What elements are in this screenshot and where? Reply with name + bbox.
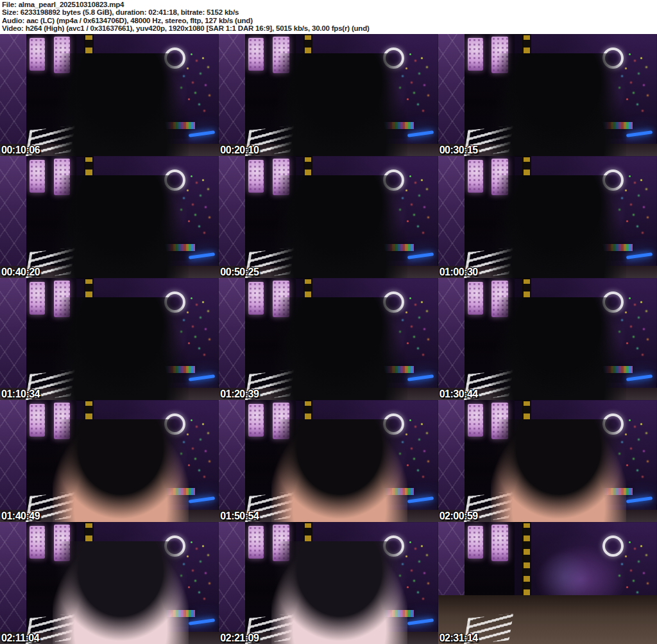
hex-glow-panel xyxy=(30,404,45,437)
subject-placeholder xyxy=(271,175,407,278)
video-thumbnail: 01:30:44 xyxy=(438,278,657,400)
hex-glow-panel xyxy=(248,282,264,315)
hex-glow-panel xyxy=(248,38,264,71)
video-thumbnail: 02:31:14 xyxy=(438,522,657,644)
purple-wall-panel xyxy=(0,278,28,400)
hex-glow-panel xyxy=(468,526,483,559)
hex-glow-panel xyxy=(468,160,483,193)
video-thumbnail: 00:10:06 xyxy=(0,34,219,156)
video-thumbnail: 02:11:04 xyxy=(0,522,219,644)
hex-glow-panel xyxy=(468,404,483,437)
hex-glow-panel xyxy=(248,404,264,437)
purple-wall-panel xyxy=(438,34,466,156)
purple-wall-panel xyxy=(219,522,247,644)
timestamp-overlay: 01:20:39 xyxy=(220,388,259,400)
file-size-line: Size: 6233198892 bytes (5.8 GiB), durati… xyxy=(2,8,655,16)
hex-glow-panel xyxy=(30,160,45,193)
hex-glow-panel xyxy=(30,38,45,71)
timestamp-overlay: 00:50:25 xyxy=(220,266,259,278)
thumbnail-grid: 00:10:06 00:20:10 00:30:15 xyxy=(0,34,657,644)
purple-wall-panel xyxy=(219,400,247,522)
timestamp-overlay: 02:21:09 xyxy=(220,632,259,644)
timestamp-overlay: 00:10:06 xyxy=(1,144,40,156)
subject-placeholder xyxy=(271,419,407,522)
subject-placeholder xyxy=(53,419,189,522)
hex-glow-panel xyxy=(30,526,45,559)
timestamp-overlay: 01:30:44 xyxy=(439,388,478,400)
video-thumbnail: 01:10:34 xyxy=(0,278,219,400)
purple-wall-panel xyxy=(0,400,28,522)
timestamp-overlay: 01:10:34 xyxy=(1,388,40,400)
purple-wall-panel xyxy=(219,34,247,156)
hex-glow-panel xyxy=(248,526,264,559)
file-name-line: File: alma_pearl_202510310823.mp4 xyxy=(2,1,655,8)
video-thumbnail: 02:21:09 xyxy=(219,522,438,644)
audio-info-line: Audio: aac (LC) (mp4a / 0x6134706D), 480… xyxy=(2,17,655,24)
timestamp-overlay: 00:20:10 xyxy=(220,144,259,156)
video-thumbnail: 01:20:39 xyxy=(219,278,438,400)
purple-wall-panel xyxy=(219,278,247,400)
hex-glow-panel xyxy=(248,160,264,193)
subject-placeholder xyxy=(271,53,407,156)
video-thumbnail: 00:40:20 xyxy=(0,156,219,278)
purple-wall-panel xyxy=(0,156,28,278)
video-thumbnail: 01:50:54 xyxy=(219,400,438,522)
file-info-header: File: alma_pearl_202510310823.mp4 Size: … xyxy=(0,0,657,34)
video-thumbnail: 01:40:49 xyxy=(0,400,219,522)
hex-glow-panel xyxy=(30,282,45,315)
subject-placeholder xyxy=(491,53,627,156)
subject-placeholder xyxy=(53,53,189,156)
subject-placeholder xyxy=(271,297,407,400)
purple-wall-panel xyxy=(438,400,466,522)
hex-glow-panel xyxy=(491,525,508,561)
subject-placeholder xyxy=(53,297,189,400)
purple-wall-panel xyxy=(438,156,466,278)
video-thumbnail: 00:50:25 xyxy=(219,156,438,278)
timestamp-overlay: 00:40:20 xyxy=(1,266,40,278)
purple-wall-panel xyxy=(0,522,28,644)
purple-wall-panel xyxy=(0,34,28,156)
video-info-line: Video: h264 (High) (avc1 / 0x31637661), … xyxy=(2,24,655,32)
video-thumbnail: 00:30:15 xyxy=(438,34,657,156)
timestamp-overlay: 01:00:30 xyxy=(439,266,478,278)
purple-wall-panel xyxy=(438,278,466,400)
timestamp-overlay: 02:11:04 xyxy=(1,632,39,644)
hex-glow-panel xyxy=(468,38,483,71)
subject-placeholder xyxy=(53,541,189,644)
video-thumbnail: 01:00:30 xyxy=(438,156,657,278)
video-thumbnail: 02:00:59 xyxy=(438,400,657,522)
timestamp-overlay: 00:30:15 xyxy=(439,144,478,156)
timestamp-overlay: 01:50:54 xyxy=(220,510,259,522)
subject-placeholder xyxy=(271,541,407,644)
timestamp-overlay: 01:40:49 xyxy=(1,510,40,522)
subject-placeholder xyxy=(53,175,189,278)
timestamp-overlay: 02:00:59 xyxy=(439,510,478,522)
subject-placeholder xyxy=(491,419,627,522)
subject-placeholder xyxy=(491,175,627,278)
purple-wall-panel xyxy=(219,156,247,278)
timestamp-overlay: 02:31:14 xyxy=(439,632,478,644)
ring-light-icon xyxy=(602,535,624,557)
hex-glow-panel xyxy=(468,282,483,315)
video-thumbnail: 00:20:10 xyxy=(219,34,438,156)
video-contact-sheet: File: alma_pearl_202510310823.mp4 Size: … xyxy=(0,0,657,644)
subject-placeholder xyxy=(491,297,627,400)
